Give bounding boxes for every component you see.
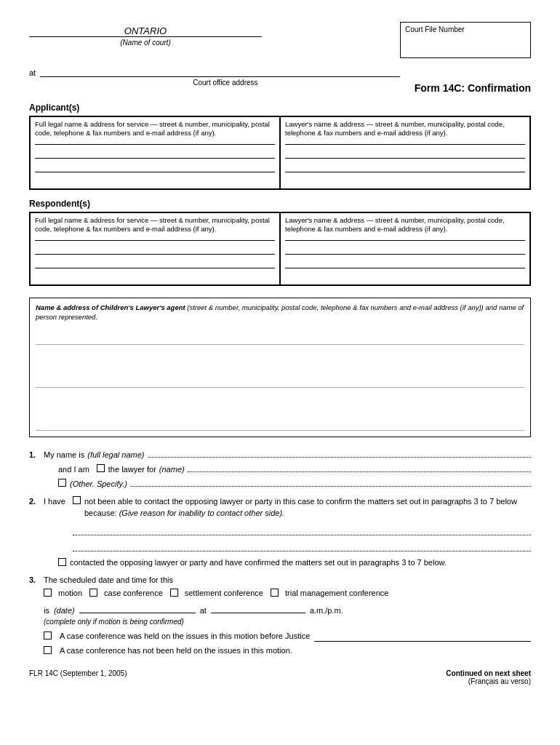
respondents-left-desc: Full legal name & address for service — … <box>35 216 275 234</box>
children-lawyer-line3 <box>36 430 524 431</box>
item3-is-label: is <box>44 606 49 615</box>
case-conf-row1: A case conference was held on the issues… <box>44 630 531 642</box>
respondents-right-desc: Lawyer's name & address — street & numbe… <box>285 216 525 234</box>
respondents-title: Respondent(s) <box>29 199 531 209</box>
item2-dotted-line1 <box>73 522 531 535</box>
name-of-court-label: (Name of court) <box>120 39 170 47</box>
item1-name-underline <box>148 447 531 458</box>
applicants-right-cell: Lawyer's name & address — street & numbe… <box>280 116 530 189</box>
item3-motion-label: motion <box>58 589 82 597</box>
item3-checkbox-motion[interactable] <box>44 589 52 597</box>
applicants-right-desc: Lawyer's name & address — street & numbe… <box>285 120 525 138</box>
item3-ampm-label: a.m./p.m. <box>310 606 343 615</box>
item3-checkbox-settlement[interactable] <box>170 589 178 597</box>
item2-i-have: I have <box>44 497 65 506</box>
item1-other-row: (Other. Specify.) <box>58 477 531 488</box>
item2-checkbox1[interactable] <box>73 496 81 504</box>
applicants-right-line1 <box>285 144 525 145</box>
item3-at-underline <box>211 602 305 613</box>
respondents-right-line2 <box>285 254 525 255</box>
item3-settlement-label: settlement conference <box>185 589 263 597</box>
item1-num: 1. <box>29 450 44 459</box>
respondents-left-line2 <box>35 254 275 255</box>
item2-checkbox2-text: contacted the opposing lawyer or party a… <box>70 557 531 568</box>
respondents-right-line3 <box>285 268 525 268</box>
item3-date-italic: (date) <box>54 606 75 615</box>
item1-and-i-am-row: and I am the lawyer for (name) <box>58 462 531 474</box>
ontario-title: ONTARIO <box>124 22 167 36</box>
children-lawyer-line2 <box>36 387 524 388</box>
applicants-left-line1 <box>35 144 275 145</box>
applicants-title: Applicant(s) <box>29 103 531 113</box>
item3-option-motion: motion <box>44 589 82 597</box>
item3-case-conf-checkbox1[interactable] <box>44 632 52 640</box>
item1-checkbox1[interactable] <box>97 464 105 472</box>
item1-text1: My name is <box>44 450 84 459</box>
item1-row: 1. My name is (full legal name) <box>29 447 531 459</box>
respondents-left-line3 <box>35 268 275 268</box>
at-label: at <box>29 68 36 77</box>
item1-lawyer-name-underline <box>188 462 531 472</box>
applicants-grid: Full legal name & address for service — … <box>29 116 531 190</box>
applicants-right-line2 <box>285 158 525 159</box>
item3-checkbox-trial-mgmt[interactable] <box>271 589 279 597</box>
respondents-grid: Full legal name & address for service — … <box>29 212 531 286</box>
applicants-left-cell: Full legal name & address for service — … <box>30 116 280 189</box>
item3-num: 3. <box>29 575 44 584</box>
item3-case-conf-label: case conference <box>104 589 163 597</box>
item1-checkbox1-italic: (name) <box>159 465 185 474</box>
item2-row: 2. I have not been able to contact the o… <box>29 495 531 519</box>
item3-trial-mgmt-label: trial management conference <box>285 589 388 597</box>
item2-checkbox1-text: not been able to contact the opposing la… <box>84 495 531 519</box>
respondents-right-cell: Lawyer's name & address — street & numbe… <box>280 212 530 285</box>
children-lawyer-line1 <box>36 344 524 345</box>
item3-at-label: at <box>200 606 207 615</box>
item3-section: 3. The scheduled date and time for this … <box>29 575 531 655</box>
item3-date-row: is (date) at a.m./p.m. <box>44 602 531 615</box>
respondents-right-line1 <box>285 240 525 241</box>
court-file-box: Court File Number <box>400 22 531 58</box>
item1-text1-italic: (full legal name) <box>87 450 144 459</box>
item2-num: 2. <box>29 497 44 506</box>
item2-lines <box>73 522 531 551</box>
case-conf-row2: A case conference has not been held on t… <box>44 646 531 655</box>
children-lawyer-box: Name & address of Children's Lawyer's ag… <box>29 298 531 437</box>
item3-option-trial-mgmt: trial management conference <box>271 589 388 597</box>
item3-option-settlement: settlement conference <box>170 589 263 597</box>
item1-checkbox2[interactable] <box>58 479 66 487</box>
applicants-left-desc: Full legal name & address for service — … <box>35 120 275 138</box>
applicants-left-line3 <box>35 172 275 172</box>
item2-checkbox1-italic: (Give reason for inability to contact ot… <box>119 509 284 517</box>
item2-checkbox2-row: contacted the opposing lawyer or party a… <box>58 557 531 568</box>
respondents-left-cell: Full legal name & address for service — … <box>30 212 280 285</box>
at-underline <box>40 65 400 77</box>
case-conf-text2: A case conference has not been held on t… <box>60 646 292 655</box>
item3-row: 3. The scheduled date and time for this <box>29 575 531 584</box>
respondents-left-line1 <box>35 240 275 241</box>
item3-options-row: motion case conference settlement confer… <box>44 589 531 597</box>
form-title: Form 14C: Confirmation <box>415 82 531 94</box>
item2-dotted-line2 <box>73 538 531 551</box>
case-conf-justice-underline <box>314 630 531 642</box>
item3-text: The scheduled date and time for this <box>44 575 173 584</box>
item1-checkbox1-label: the lawyer for <box>108 465 156 474</box>
court-file-label: Court File Number <box>405 25 465 33</box>
item1-and-i-am: and I am <box>58 465 89 474</box>
item1-checkbox2-label: (Other. Specify.) <box>70 479 127 488</box>
item3-date-underline <box>79 602 196 613</box>
footer-francais: (Français au verso) <box>446 677 531 685</box>
item3-option-case-conf: case conference <box>89 589 163 597</box>
footer-flr: FLR 14C (September 1, 2005) <box>29 669 127 685</box>
children-lawyer-label-bold: Name & address of Children's Lawyer's ag… <box>36 303 185 311</box>
item2-section: 2. I have not been able to contact the o… <box>29 495 531 568</box>
footer-right: Continued on next sheet (Français au ver… <box>446 669 531 685</box>
item3-complete-only-note: (complete only if motion is being confir… <box>44 618 531 626</box>
footer-continued: Continued on next sheet <box>446 669 531 677</box>
court-office-address-label: Court office address <box>51 79 400 87</box>
item2-checkbox2[interactable] <box>58 558 66 566</box>
case-conf-text1: A case conference was held on the issues… <box>60 632 310 640</box>
item1-section: 1. My name is (full legal name) and I am… <box>29 447 531 488</box>
item3-checkbox-case-conf[interactable] <box>89 589 97 597</box>
item1-other-underline <box>130 477 531 487</box>
item3-case-conf-checkbox2[interactable] <box>44 646 52 654</box>
